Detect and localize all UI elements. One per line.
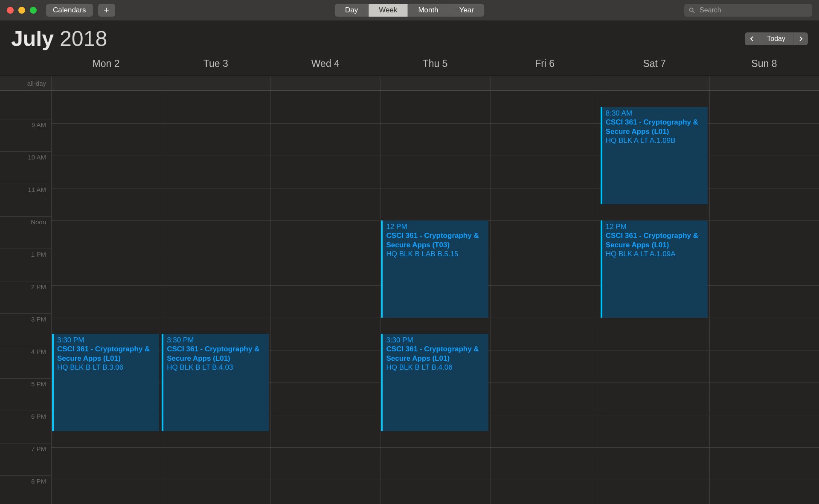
hour-slot[interactable] xyxy=(490,447,600,480)
hour-slot[interactable] xyxy=(161,91,270,123)
hour-slot[interactable] xyxy=(709,318,819,350)
hour-slot[interactable] xyxy=(270,285,380,318)
hour-slot[interactable] xyxy=(490,91,600,123)
add-event-button[interactable]: + xyxy=(98,4,115,17)
hour-slot[interactable] xyxy=(709,480,819,504)
hour-slot[interactable] xyxy=(600,447,709,480)
hour-slot[interactable] xyxy=(161,123,270,156)
hour-slot[interactable] xyxy=(51,253,161,285)
hour-slot[interactable] xyxy=(490,220,600,253)
hour-slot[interactable] xyxy=(161,220,270,253)
hour-slot[interactable] xyxy=(709,188,819,220)
hour-slot[interactable] xyxy=(600,318,709,350)
hour-slot[interactable] xyxy=(270,123,380,156)
hour-slot[interactable] xyxy=(490,156,600,188)
view-tab-month[interactable]: Month xyxy=(408,4,449,17)
hour-slot[interactable] xyxy=(490,253,600,285)
all-day-cell[interactable] xyxy=(51,76,161,90)
hour-slot[interactable] xyxy=(270,188,380,220)
hour-slot[interactable] xyxy=(709,123,819,156)
hour-slot[interactable] xyxy=(490,123,600,156)
calendar-event[interactable]: 3:30 PMCSCI 361 - Cryptography & Secure … xyxy=(52,334,159,431)
day-header: Mon 2 xyxy=(51,54,161,75)
hour-slot[interactable] xyxy=(490,188,600,220)
hour-slot[interactable] xyxy=(490,285,600,318)
all-day-cell[interactable] xyxy=(270,76,380,90)
hour-slot[interactable] xyxy=(709,220,819,253)
search-field[interactable] xyxy=(684,4,812,17)
hour-slot[interactable] xyxy=(270,415,380,447)
hour-slot[interactable] xyxy=(709,156,819,188)
hour-slot[interactable] xyxy=(380,447,490,480)
calendar-event[interactable]: 3:30 PMCSCI 361 - Cryptography & Secure … xyxy=(162,334,269,431)
hour-slot[interactable] xyxy=(51,480,161,504)
hour-slot[interactable] xyxy=(270,156,380,188)
all-day-cell[interactable] xyxy=(490,76,600,90)
hour-slot[interactable] xyxy=(270,220,380,253)
hour-slot[interactable] xyxy=(51,220,161,253)
hour-slot[interactable] xyxy=(709,415,819,447)
hour-slot[interactable] xyxy=(600,382,709,415)
hour-slot[interactable] xyxy=(709,350,819,382)
hour-slot[interactable] xyxy=(270,447,380,480)
hour-slot[interactable] xyxy=(490,382,600,415)
hour-slot[interactable] xyxy=(380,156,490,188)
all-day-cell[interactable] xyxy=(161,76,270,90)
view-tab-day[interactable]: Day xyxy=(335,4,369,17)
calendar-event[interactable]: 12 PMCSCI 361 - Cryptography & Secure Ap… xyxy=(601,220,708,318)
all-day-cell[interactable] xyxy=(380,76,490,90)
hour-slot[interactable] xyxy=(380,480,490,504)
view-tab-week[interactable]: Week xyxy=(369,4,408,17)
hour-slot[interactable] xyxy=(51,156,161,188)
hour-slot[interactable] xyxy=(270,253,380,285)
calendars-button[interactable]: Calendars xyxy=(46,4,93,17)
hour-slot[interactable] xyxy=(490,415,600,447)
hour-slot[interactable] xyxy=(161,285,270,318)
hour-label: 4 PM xyxy=(0,346,51,378)
minimize-window-button[interactable] xyxy=(18,7,25,14)
day-header: Sat 7 xyxy=(600,54,709,75)
hour-slot[interactable] xyxy=(51,123,161,156)
hour-slot[interactable] xyxy=(490,480,600,504)
hour-slot[interactable] xyxy=(161,253,270,285)
hour-slot[interactable] xyxy=(270,318,380,350)
calendar-event[interactable]: 12 PMCSCI 361 - Cryptography & Secure Ap… xyxy=(381,220,488,318)
calendar-event[interactable]: 8:30 AMCSCI 361 - Cryptography & Secure … xyxy=(601,107,708,204)
hour-slot[interactable] xyxy=(380,123,490,156)
hour-slot[interactable] xyxy=(600,415,709,447)
hour-slot[interactable] xyxy=(600,350,709,382)
today-button[interactable]: Today xyxy=(759,32,793,45)
hour-slot[interactable] xyxy=(51,285,161,318)
hour-slot[interactable] xyxy=(51,188,161,220)
fullscreen-window-button[interactable] xyxy=(30,7,37,14)
close-window-button[interactable] xyxy=(7,7,14,14)
hour-slot[interactable] xyxy=(270,91,380,123)
hour-slot[interactable] xyxy=(380,188,490,220)
hour-slot[interactable] xyxy=(380,91,490,123)
hour-slot[interactable] xyxy=(709,447,819,480)
hour-slot[interactable] xyxy=(490,350,600,382)
hour-slot[interactable] xyxy=(270,350,380,382)
hour-slot[interactable] xyxy=(161,480,270,504)
hour-slot[interactable] xyxy=(490,318,600,350)
all-day-cell[interactable] xyxy=(709,76,819,90)
hour-slot[interactable] xyxy=(51,447,161,480)
calendar-grid[interactable]: 9 AM10 AM11 AMNoon1 PM2 PM3 PM4 PM5 PM6 … xyxy=(0,91,819,504)
hour-slot[interactable] xyxy=(161,156,270,188)
all-day-cell[interactable] xyxy=(600,76,709,90)
hour-slot[interactable] xyxy=(51,91,161,123)
hour-slot[interactable] xyxy=(600,480,709,504)
view-tab-year[interactable]: Year xyxy=(449,4,484,17)
hour-slot[interactable] xyxy=(709,382,819,415)
prev-week-button[interactable] xyxy=(745,32,759,45)
hour-slot[interactable] xyxy=(270,382,380,415)
hour-slot[interactable] xyxy=(270,480,380,504)
search-input[interactable] xyxy=(699,6,808,14)
calendar-event[interactable]: 3:30 PMCSCI 361 - Cryptography & Secure … xyxy=(381,334,488,431)
next-week-button[interactable] xyxy=(793,32,808,45)
hour-slot[interactable] xyxy=(709,285,819,318)
hour-slot[interactable] xyxy=(161,447,270,480)
hour-slot[interactable] xyxy=(161,188,270,220)
hour-slot[interactable] xyxy=(709,253,819,285)
hour-slot[interactable] xyxy=(709,91,819,123)
